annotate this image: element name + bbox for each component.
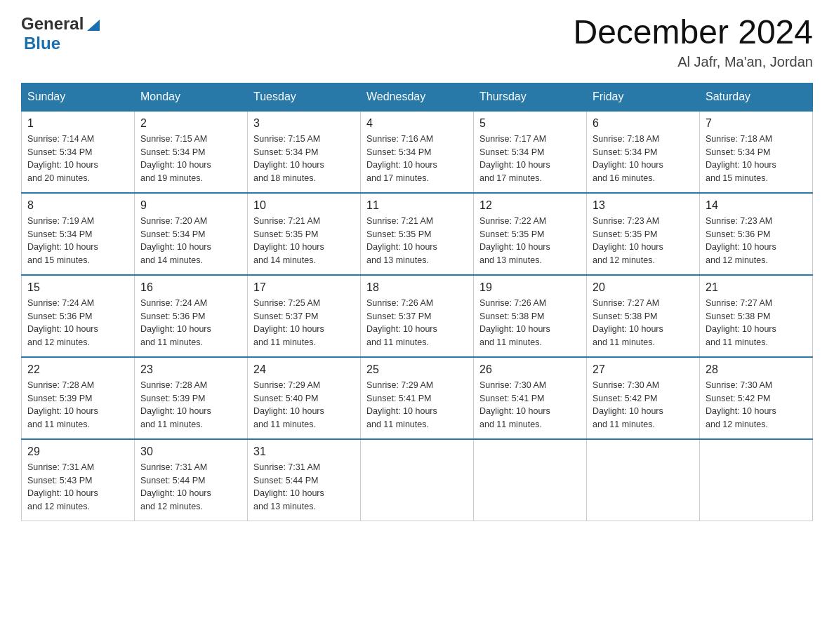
day-info: Sunrise: 7:20 AM Sunset: 5:34 PM Dayligh…: [140, 215, 241, 267]
day-number: 21: [706, 281, 807, 294]
day-number: 17: [253, 281, 355, 294]
day-info: Sunrise: 7:24 AM Sunset: 5:36 PM Dayligh…: [140, 297, 241, 349]
day-number: 25: [366, 363, 468, 376]
calendar-table: Sunday Monday Tuesday Wednesday Thursday…: [21, 83, 813, 521]
logo-blue-text: Blue: [24, 34, 60, 53]
calendar-day: 14 Sunrise: 7:23 AM Sunset: 5:36 PM Dayl…: [700, 193, 813, 275]
calendar-day: 1 Sunrise: 7:14 AM Sunset: 5:34 PM Dayli…: [22, 111, 135, 193]
day-info: Sunrise: 7:26 AM Sunset: 5:37 PM Dayligh…: [366, 297, 468, 349]
calendar-day: 5 Sunrise: 7:17 AM Sunset: 5:34 PM Dayli…: [474, 111, 587, 193]
calendar-day: [700, 439, 813, 521]
day-info: Sunrise: 7:18 AM Sunset: 5:34 PM Dayligh…: [706, 133, 807, 185]
day-info: Sunrise: 7:30 AM Sunset: 5:42 PM Dayligh…: [706, 379, 807, 431]
calendar-day: 20 Sunrise: 7:27 AM Sunset: 5:38 PM Dayl…: [587, 275, 700, 357]
calendar-day: 26 Sunrise: 7:30 AM Sunset: 5:41 PM Dayl…: [474, 357, 587, 439]
day-info: Sunrise: 7:23 AM Sunset: 5:35 PM Dayligh…: [593, 215, 694, 267]
calendar-day: 9 Sunrise: 7:20 AM Sunset: 5:34 PM Dayli…: [135, 193, 248, 275]
day-number: 6: [593, 117, 694, 130]
month-title: December 2024: [573, 14, 813, 51]
day-number: 23: [140, 363, 241, 376]
day-info: Sunrise: 7:27 AM Sunset: 5:38 PM Dayligh…: [706, 297, 807, 349]
day-number: 12: [479, 199, 581, 212]
calendar-day: 15 Sunrise: 7:24 AM Sunset: 5:36 PM Dayl…: [22, 275, 135, 357]
calendar-week-4: 22 Sunrise: 7:28 AM Sunset: 5:39 PM Dayl…: [22, 357, 813, 439]
day-number: 16: [140, 281, 241, 294]
page-header: General Blue December 2024 Al Jafr, Ma'a…: [21, 14, 813, 70]
day-number: 31: [253, 445, 355, 458]
day-info: Sunrise: 7:25 AM Sunset: 5:37 PM Dayligh…: [253, 297, 355, 349]
calendar-week-2: 8 Sunrise: 7:19 AM Sunset: 5:34 PM Dayli…: [22, 193, 813, 275]
calendar-day: 12 Sunrise: 7:22 AM Sunset: 5:35 PM Dayl…: [474, 193, 587, 275]
col-tuesday: Tuesday: [248, 83, 361, 111]
day-number: 1: [27, 117, 128, 130]
calendar-day: 21 Sunrise: 7:27 AM Sunset: 5:38 PM Dayl…: [700, 275, 813, 357]
day-number: 28: [706, 363, 807, 376]
day-info: Sunrise: 7:28 AM Sunset: 5:39 PM Dayligh…: [27, 379, 128, 431]
location-subtitle: Al Jafr, Ma'an, Jordan: [573, 54, 813, 70]
day-number: 5: [479, 117, 581, 130]
title-area: December 2024 Al Jafr, Ma'an, Jordan: [573, 14, 813, 70]
calendar-day: 31 Sunrise: 7:31 AM Sunset: 5:44 PM Dayl…: [248, 439, 361, 521]
calendar-day: 11 Sunrise: 7:21 AM Sunset: 5:35 PM Dayl…: [361, 193, 474, 275]
calendar-day: 22 Sunrise: 7:28 AM Sunset: 5:39 PM Dayl…: [22, 357, 135, 439]
day-info: Sunrise: 7:21 AM Sunset: 5:35 PM Dayligh…: [366, 215, 468, 267]
calendar-day: 16 Sunrise: 7:24 AM Sunset: 5:36 PM Dayl…: [135, 275, 248, 357]
col-friday: Friday: [587, 83, 700, 111]
calendar-day: [361, 439, 474, 521]
calendar-day: 30 Sunrise: 7:31 AM Sunset: 5:44 PM Dayl…: [135, 439, 248, 521]
day-number: 18: [366, 281, 468, 294]
calendar-day: 18 Sunrise: 7:26 AM Sunset: 5:37 PM Dayl…: [361, 275, 474, 357]
calendar-day: 28 Sunrise: 7:30 AM Sunset: 5:42 PM Dayl…: [700, 357, 813, 439]
calendar-day: 2 Sunrise: 7:15 AM Sunset: 5:34 PM Dayli…: [135, 111, 248, 193]
calendar-day: 19 Sunrise: 7:26 AM Sunset: 5:38 PM Dayl…: [474, 275, 587, 357]
day-info: Sunrise: 7:29 AM Sunset: 5:41 PM Dayligh…: [366, 379, 468, 431]
day-number: 3: [253, 117, 355, 130]
col-thursday: Thursday: [474, 83, 587, 111]
day-info: Sunrise: 7:30 AM Sunset: 5:42 PM Dayligh…: [593, 379, 694, 431]
calendar-day: 8 Sunrise: 7:19 AM Sunset: 5:34 PM Dayli…: [22, 193, 135, 275]
day-number: 24: [253, 363, 355, 376]
day-number: 4: [366, 117, 468, 130]
day-info: Sunrise: 7:31 AM Sunset: 5:44 PM Dayligh…: [253, 461, 355, 514]
day-info: Sunrise: 7:23 AM Sunset: 5:36 PM Dayligh…: [706, 215, 807, 267]
calendar-week-1: 1 Sunrise: 7:14 AM Sunset: 5:34 PM Dayli…: [22, 111, 813, 193]
calendar-day: 3 Sunrise: 7:15 AM Sunset: 5:34 PM Dayli…: [248, 111, 361, 193]
day-number: 15: [27, 281, 128, 294]
calendar-day: 7 Sunrise: 7:18 AM Sunset: 5:34 PM Dayli…: [700, 111, 813, 193]
col-monday: Monday: [135, 83, 248, 111]
day-number: 10: [253, 199, 355, 212]
day-info: Sunrise: 7:29 AM Sunset: 5:40 PM Dayligh…: [253, 379, 355, 431]
calendar-header-row: Sunday Monday Tuesday Wednesday Thursday…: [22, 83, 813, 111]
day-info: Sunrise: 7:31 AM Sunset: 5:44 PM Dayligh…: [140, 461, 241, 514]
col-sunday: Sunday: [22, 83, 135, 111]
calendar-day: [474, 439, 587, 521]
calendar-day: 6 Sunrise: 7:18 AM Sunset: 5:34 PM Dayli…: [587, 111, 700, 193]
day-number: 29: [27, 445, 128, 458]
logo-triangle-icon: [86, 17, 101, 32]
calendar-day: 13 Sunrise: 7:23 AM Sunset: 5:35 PM Dayl…: [587, 193, 700, 275]
day-number: 22: [27, 363, 128, 376]
calendar-day: 23 Sunrise: 7:28 AM Sunset: 5:39 PM Dayl…: [135, 357, 248, 439]
day-info: Sunrise: 7:17 AM Sunset: 5:34 PM Dayligh…: [479, 133, 581, 185]
day-info: Sunrise: 7:19 AM Sunset: 5:34 PM Dayligh…: [27, 215, 128, 267]
day-number: 13: [593, 199, 694, 212]
calendar-day: 17 Sunrise: 7:25 AM Sunset: 5:37 PM Dayl…: [248, 275, 361, 357]
day-number: 7: [706, 117, 807, 130]
col-wednesday: Wednesday: [361, 83, 474, 111]
calendar-day: 25 Sunrise: 7:29 AM Sunset: 5:41 PM Dayl…: [361, 357, 474, 439]
day-info: Sunrise: 7:27 AM Sunset: 5:38 PM Dayligh…: [593, 297, 694, 349]
day-info: Sunrise: 7:15 AM Sunset: 5:34 PM Dayligh…: [140, 133, 241, 185]
day-number: 14: [706, 199, 807, 212]
day-info: Sunrise: 7:16 AM Sunset: 5:34 PM Dayligh…: [366, 133, 468, 185]
logo-general-text: General: [21, 14, 84, 34]
day-number: 8: [27, 199, 128, 212]
day-number: 27: [593, 363, 694, 376]
day-number: 26: [479, 363, 581, 376]
day-info: Sunrise: 7:15 AM Sunset: 5:34 PM Dayligh…: [253, 133, 355, 185]
day-info: Sunrise: 7:24 AM Sunset: 5:36 PM Dayligh…: [27, 297, 128, 349]
day-info: Sunrise: 7:18 AM Sunset: 5:34 PM Dayligh…: [593, 133, 694, 185]
day-number: 9: [140, 199, 241, 212]
day-number: 20: [593, 281, 694, 294]
calendar-day: 29 Sunrise: 7:31 AM Sunset: 5:43 PM Dayl…: [22, 439, 135, 521]
day-info: Sunrise: 7:22 AM Sunset: 5:35 PM Dayligh…: [479, 215, 581, 267]
